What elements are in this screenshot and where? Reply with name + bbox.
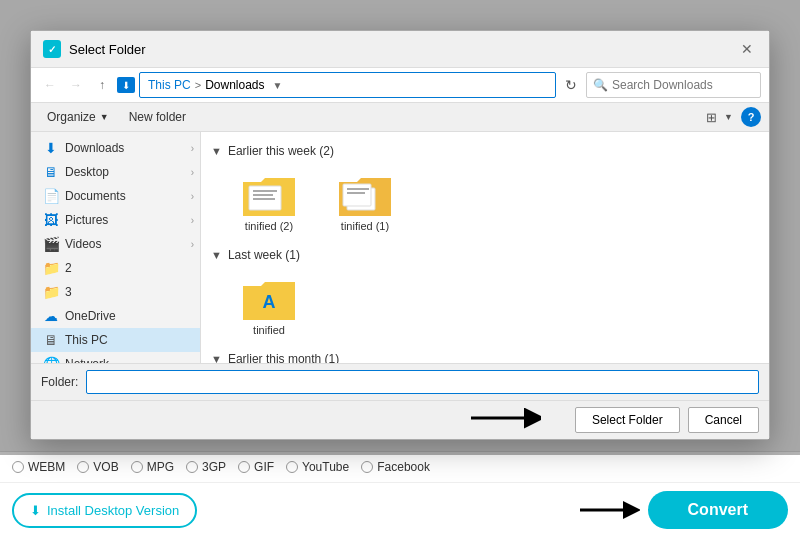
sidebar-label-downloads: Downloads <box>65 141 124 155</box>
file-picker-dialog: ✓ Select Folder ✕ ← → ↑ ⬇ This PC > Down… <box>30 30 770 440</box>
downloads-icon: ⬇ <box>43 140 59 156</box>
collapse-icon-week: ▼ <box>211 145 222 157</box>
radio-youtube <box>286 461 298 473</box>
dialog-close-button[interactable]: ✕ <box>737 39 757 59</box>
breadcrumb-current: Downloads <box>205 78 264 92</box>
install-desktop-button[interactable]: ⬇ Install Desktop Version <box>12 493 197 528</box>
format-youtube[interactable]: YouTube <box>286 460 349 474</box>
group-label-month: Earlier this month (1) <box>228 352 339 363</box>
breadcrumb-dropdown-icon: ▼ <box>273 80 283 91</box>
breadcrumb-pc: This PC <box>148 78 191 92</box>
refresh-button[interactable]: ↻ <box>560 74 582 96</box>
dialog-app-icon: ✓ <box>43 40 61 58</box>
folder-icon-tinified1 <box>339 172 391 216</box>
file-item-tinified1[interactable]: tinified (1) <box>325 168 405 236</box>
view-dropdown-icon: ▼ <box>724 112 733 122</box>
nav-up-button[interactable]: ↑ <box>91 74 113 96</box>
desktop-chevron-icon: › <box>191 167 194 178</box>
sidebar-label-videos: Videos <box>65 237 101 251</box>
radio-facebook <box>361 461 373 473</box>
nav-back-button[interactable]: ← <box>39 74 61 96</box>
new-folder-button[interactable]: New folder <box>121 107 194 127</box>
group-label-week: Earlier this week (2) <box>228 144 334 158</box>
file-item-tinified[interactable]: A tinified <box>229 272 309 340</box>
folder3-icon: 📁 <box>43 284 59 300</box>
sidebar-item-3[interactable]: 📁 3 <box>31 280 200 304</box>
convert-arrow-icon <box>580 498 640 522</box>
nav-forward-button[interactable]: → <box>65 74 87 96</box>
dialog-titlebar: ✓ Select Folder ✕ <box>31 31 769 68</box>
forward-icon: → <box>70 78 82 92</box>
documents-icon: 📄 <box>43 188 59 204</box>
format-gif[interactable]: GIF <box>238 460 274 474</box>
view-mode-button[interactable]: ⊞ <box>700 106 722 128</box>
format-facebook[interactable]: Facebook <box>361 460 430 474</box>
sidebar-label-3: 3 <box>65 285 72 299</box>
sidebar-label-pictures: Pictures <box>65 213 108 227</box>
format-3gp[interactable]: 3GP <box>186 460 226 474</box>
sidebar-label-onedrive: OneDrive <box>65 309 116 323</box>
format-row: WEBM VOB MPG 3GP GIF YouTube Facebook <box>0 452 800 483</box>
select-folder-arrow-icon <box>471 403 541 433</box>
svg-rect-9 <box>347 188 369 190</box>
convert-button[interactable]: Convert <box>648 491 788 529</box>
format-vob[interactable]: VOB <box>77 460 118 474</box>
group-earlier-month: ▼ Earlier this month (1) <box>209 348 761 363</box>
videos-chevron-icon: › <box>191 239 194 250</box>
pictures-chevron-icon: › <box>191 215 194 226</box>
back-icon: ← <box>44 78 56 92</box>
svg-rect-8 <box>343 184 371 206</box>
files-row-lastweek: A tinified <box>209 272 761 340</box>
select-folder-button[interactable]: Select Folder <box>575 407 680 433</box>
downloads-chevron-icon: › <box>191 143 194 154</box>
sidebar-label-network: Network <box>65 357 109 363</box>
cancel-button[interactable]: Cancel <box>688 407 759 433</box>
sidebar-item-desktop[interactable]: 🖥 Desktop › <box>31 160 200 184</box>
radio-3gp <box>186 461 198 473</box>
view-toggle: ⊞ ▼ ? <box>700 106 761 128</box>
sidebar-item-documents[interactable]: 📄 Documents › <box>31 184 200 208</box>
sidebar-item-pictures[interactable]: 🖼 Pictures › <box>31 208 200 232</box>
help-button[interactable]: ? <box>741 107 761 127</box>
file-item-tinified2[interactable]: tinified (2) <box>229 168 309 236</box>
group-earlier-this-week: ▼ Earlier this week (2) <box>209 140 761 162</box>
files-row-week: tinified (2) tinified (1) <box>209 168 761 236</box>
sidebar-item-thispc[interactable]: 🖥 This PC <box>31 328 200 352</box>
sidebar-label-documents: Documents <box>65 189 126 203</box>
file-name-tinified2: tinified (2) <box>245 220 293 232</box>
collapse-icon-lastweek: ▼ <box>211 249 222 261</box>
folder-icon-tinified: A <box>243 276 295 320</box>
format-webm[interactable]: WEBM <box>12 460 65 474</box>
nav-folder-icon: ⬇ <box>117 77 135 93</box>
svg-rect-3 <box>253 190 277 192</box>
sidebar-label-desktop: Desktop <box>65 165 109 179</box>
breadcrumb-bar[interactable]: This PC > Downloads ▼ <box>139 72 556 98</box>
folder-path-input[interactable] <box>86 370 759 394</box>
thispc-icon: 🖥 <box>43 332 59 348</box>
folder-path-row: Folder: <box>31 363 769 400</box>
pictures-icon: 🖼 <box>43 212 59 228</box>
radio-mpg <box>131 461 143 473</box>
up-icon: ↑ <box>99 78 105 92</box>
dialog-content: ⬇ Downloads › 🖥 Desktop › 📄 Documents › … <box>31 132 769 363</box>
format-mpg[interactable]: MPG <box>131 460 174 474</box>
search-box[interactable]: 🔍 <box>586 72 761 98</box>
sidebar-item-onedrive[interactable]: ☁ OneDrive <box>31 304 200 328</box>
breadcrumb-sep1: > <box>195 79 201 91</box>
sidebar-item-2[interactable]: 📁 2 <box>31 256 200 280</box>
search-input[interactable] <box>612 78 752 92</box>
sidebar-item-downloads[interactable]: ⬇ Downloads › <box>31 136 200 160</box>
organize-button[interactable]: Organize ▼ <box>39 107 117 127</box>
folder-label: Folder: <box>41 375 78 389</box>
desktop-icon: 🖥 <box>43 164 59 180</box>
radio-vob <box>77 461 89 473</box>
svg-rect-10 <box>347 192 365 194</box>
sidebar-label-2: 2 <box>65 261 72 275</box>
sidebar-item-network[interactable]: 🌐 Network <box>31 352 200 363</box>
action-row: ⬇ Install Desktop Version Convert <box>0 483 800 537</box>
sidebar-item-videos[interactable]: 🎬 Videos › <box>31 232 200 256</box>
svg-text:A: A <box>263 292 276 312</box>
group-label-lastweek: Last week (1) <box>228 248 300 262</box>
sidebar: ⬇ Downloads › 🖥 Desktop › 📄 Documents › … <box>31 132 201 363</box>
folder2-icon: 📁 <box>43 260 59 276</box>
